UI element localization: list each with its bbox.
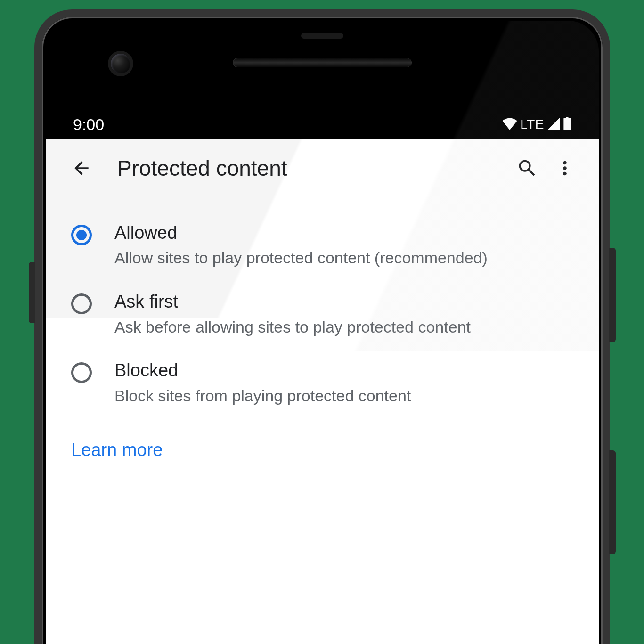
option-description: Allow sites to play protected content (r… bbox=[114, 247, 488, 269]
battery-icon bbox=[563, 115, 571, 134]
option-description: Block sites from playing protected conte… bbox=[114, 385, 411, 407]
learn-more-link[interactable]: Learn more bbox=[46, 417, 599, 460]
back-button[interactable] bbox=[68, 155, 95, 181]
more-vert-icon bbox=[554, 157, 576, 179]
option-title: Blocked bbox=[114, 359, 411, 383]
radio-icon bbox=[71, 293, 92, 314]
app-bar: Protected content bbox=[46, 139, 599, 197]
phone-camera bbox=[111, 54, 130, 73]
network-label: LTE bbox=[520, 117, 544, 132]
radio-option-ask-first[interactable]: Ask first Ask before allowing sites to p… bbox=[46, 279, 599, 348]
status-bar: 9:00 LTE bbox=[46, 110, 599, 139]
phone-side-button bbox=[609, 248, 616, 342]
more-button[interactable] bbox=[551, 154, 579, 182]
option-title: Ask first bbox=[114, 290, 471, 314]
arrow-back-icon bbox=[71, 158, 92, 179]
radio-option-blocked[interactable]: Blocked Block sites from playing protect… bbox=[46, 348, 599, 417]
radio-icon bbox=[71, 362, 92, 383]
phone-sensor bbox=[301, 33, 343, 39]
page-title: Protected content bbox=[117, 155, 508, 181]
signal-icon bbox=[547, 115, 560, 134]
screen-content: Protected content Allowed Allow sites to… bbox=[46, 139, 599, 644]
option-description: Ask before allowing sites to play protec… bbox=[114, 316, 471, 338]
radio-icon bbox=[71, 225, 92, 245]
option-title: Allowed bbox=[114, 221, 488, 245]
radio-option-allowed[interactable]: Allowed Allow sites to play protected co… bbox=[46, 211, 599, 279]
wifi-icon bbox=[502, 115, 517, 134]
search-button[interactable] bbox=[513, 154, 541, 182]
search-icon bbox=[516, 157, 538, 179]
phone-frame: 9:00 LTE Protected content bbox=[34, 9, 610, 644]
phone-speaker bbox=[233, 58, 412, 67]
status-time: 9:00 bbox=[73, 115, 104, 134]
